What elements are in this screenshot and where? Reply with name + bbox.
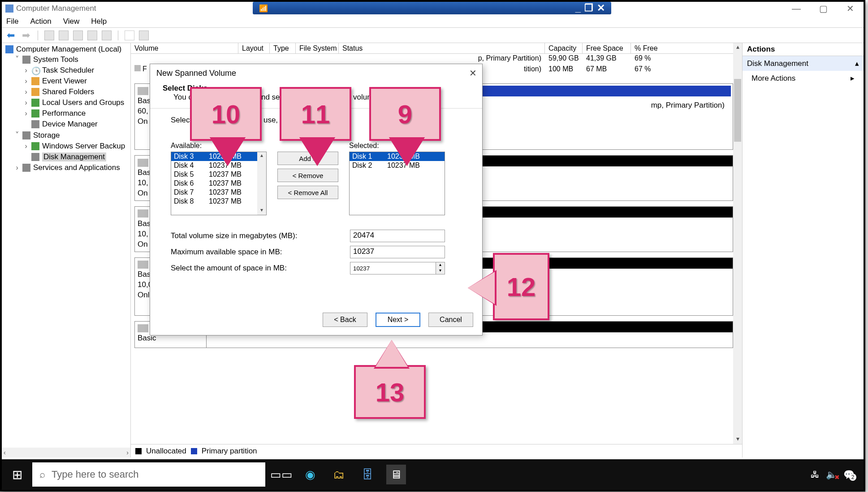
col-layout[interactable]: Layout [238, 43, 270, 53]
content-vscrollbar[interactable]: ▴ ▾ [733, 43, 742, 444]
search-icon: ⌕ [39, 469, 45, 480]
total-size-value: 20474 [350, 230, 445, 242]
window-title: Computer Management [16, 4, 96, 13]
chevron-right-icon: ▸ [851, 74, 855, 83]
col-pct[interactable]: % Free [631, 43, 742, 53]
nav-back-button[interactable]: ⬅ [5, 31, 16, 40]
toolbox-icon [22, 56, 30, 64]
disk-icon [138, 261, 148, 269]
col-volume[interactable]: Volume [131, 43, 238, 53]
backup-icon [31, 142, 39, 150]
menu-view[interactable]: View [63, 17, 80, 26]
minimize-button[interactable]: — [783, 2, 810, 15]
tree-system-tools[interactable]: System Tools [33, 55, 78, 64]
amount-input[interactable] [350, 262, 436, 274]
toolbar-btn-3[interactable] [87, 30, 97, 40]
disk-icon [31, 153, 39, 161]
toolbar-btn-1[interactable] [44, 30, 54, 40]
tray-network-icon[interactable]: 🖧 [811, 470, 820, 480]
menu-action[interactable]: Action [30, 17, 51, 26]
tree-disk-management[interactable]: Disk Management [42, 152, 106, 161]
navigation-tree[interactable]: Computer Management (Local) ˅System Tool… [2, 43, 131, 457]
next-button[interactable]: Next > [376, 313, 420, 327]
legend: Unallocated Primary partition [131, 444, 742, 457]
remove-all-button[interactable]: < Remove All [277, 186, 338, 199]
total-size-label: Total volume size in megabytes (MB): [171, 231, 350, 240]
edge-icon[interactable]: ◉ [300, 465, 320, 484]
disk-icon [138, 209, 148, 218]
tree-root[interactable]: Computer Management (Local) [16, 45, 121, 54]
window-titlebar: Computer Management — ▢ ✕ [2, 2, 864, 15]
annotation-13: 13 [354, 365, 426, 419]
tree-local-users[interactable]: Local Users and Groups [42, 98, 124, 107]
scrollbar-thumb[interactable] [734, 79, 741, 142]
close-button[interactable]: ✕ [837, 2, 864, 15]
toolbar-btn-2[interactable] [59, 30, 69, 40]
list-item[interactable]: Disk 510237 MB [171, 170, 266, 179]
list-item[interactable]: Disk 810237 MB [171, 197, 266, 206]
toolbar-btn-6[interactable] [139, 30, 149, 40]
wizard-title: New Spanned Volume [156, 69, 236, 78]
help-icon[interactable] [73, 30, 83, 40]
list-item[interactable]: Disk 610237 MB [171, 179, 266, 188]
disk-icon [138, 159, 148, 167]
tree-shared-folders[interactable]: Shared Folders [42, 87, 94, 96]
tree-device-manager[interactable]: Device Manager [42, 120, 98, 129]
volume-list-header: Volume Layout Type File System Status Ca… [131, 43, 742, 54]
remove-button[interactable]: < Remove [277, 169, 338, 182]
cancel-button[interactable]: Cancel [428, 313, 473, 327]
amount-spinner[interactable]: ▴▾ [436, 262, 445, 274]
tree-services[interactable]: Services and Applications [33, 163, 120, 172]
clock-icon: 🕒 [31, 66, 39, 74]
wizard-close-button[interactable]: ✕ [469, 68, 477, 78]
toolbar-btn-4[interactable] [102, 30, 112, 40]
folder-icon [31, 88, 39, 96]
col-fs[interactable]: File System [296, 43, 339, 53]
col-type[interactable]: Type [270, 43, 296, 53]
explorer-icon[interactable]: 🗂 [329, 465, 349, 484]
task-view-icon[interactable]: ▭▭ [272, 465, 291, 484]
col-free[interactable]: Free Space [583, 43, 631, 53]
storage-icon [22, 131, 30, 139]
event-icon [31, 77, 39, 85]
disk-icon [138, 324, 148, 332]
col-capacity[interactable]: Capacity [545, 43, 583, 53]
menu-file[interactable]: File [6, 17, 18, 26]
back-button[interactable]: < Back [323, 313, 367, 327]
tree-performance[interactable]: Performance [42, 109, 86, 118]
annotation-9: 9 [369, 87, 441, 141]
search-placeholder: Type here to search [52, 469, 138, 480]
annotation-11: 11 [280, 87, 351, 141]
legend-swatch-primary [191, 448, 197, 454]
toolbar: ⬅ ➡ [2, 28, 864, 43]
tree-hscrollbar[interactable]: ‹› [2, 448, 130, 457]
tree-storage[interactable]: Storage [33, 131, 60, 140]
tray-notifications-icon[interactable]: 💬 [843, 469, 855, 480]
actions-more[interactable]: More Actions▸ [743, 71, 864, 86]
app-icon [5, 4, 13, 13]
tree-task-scheduler[interactable]: Task Scheduler [42, 66, 94, 75]
nav-forward-button[interactable]: ➡ [21, 31, 31, 40]
tray-sound-icon[interactable]: 🔈✖ [826, 469, 837, 480]
list-scrollbar[interactable]: ▴▾ [257, 152, 266, 215]
taskbar-search[interactable]: ⌕ Type here to search [32, 462, 265, 487]
device-icon [31, 120, 39, 128]
compmgmt-icon[interactable]: 🖥 [386, 465, 406, 484]
max-space-label: Maximum available space in MB: [171, 248, 350, 257]
maximize-button[interactable]: ▢ [810, 2, 837, 15]
users-icon [31, 99, 39, 107]
tree-wsb[interactable]: Windows Server Backup [42, 142, 125, 151]
annotation-10: 10 [190, 87, 262, 141]
max-space-value: 10237 [350, 246, 445, 258]
col-status[interactable]: Status [339, 43, 545, 53]
actions-header: Actions [743, 43, 864, 56]
actions-disk-management[interactable]: Disk Management▴ [743, 56, 864, 71]
toolbar-btn-5[interactable] [125, 30, 134, 40]
tree-event-viewer[interactable]: Event Viewer [42, 77, 87, 86]
server-manager-icon[interactable]: 🗄 [358, 465, 377, 484]
start-button[interactable]: ⊞ [2, 459, 32, 490]
menu-help[interactable]: Help [91, 17, 107, 26]
legend-swatch-unallocated [135, 448, 142, 454]
list-item[interactable]: Disk 710237 MB [171, 188, 266, 197]
computer-icon [5, 45, 13, 53]
